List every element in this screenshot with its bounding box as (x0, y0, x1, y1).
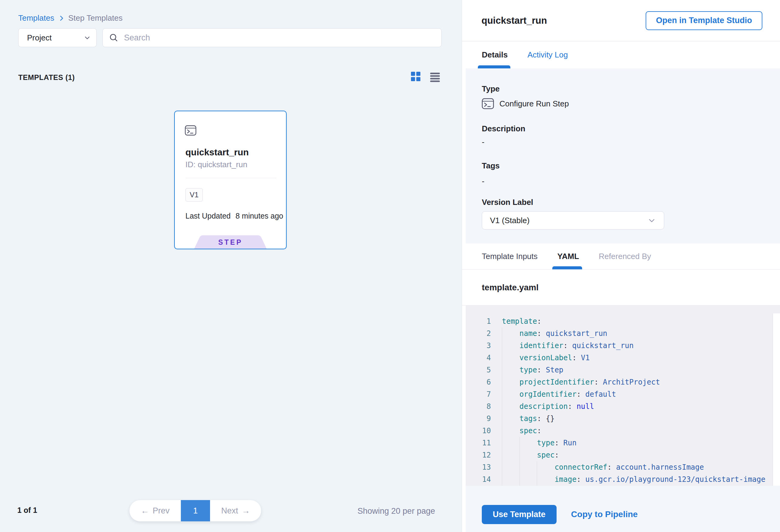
breadcrumb-templates-link[interactable]: Templates (18, 13, 54, 23)
run-step-icon (185, 125, 196, 136)
yaml-line: 3 identifier: quickstart_run (466, 340, 780, 352)
yaml-line: 4 versionLabel: V1 (466, 352, 780, 364)
template-list-panel: Templates Step Templates Project TEMPLAT… (0, 0, 462, 532)
search-input[interactable] (124, 33, 435, 43)
last-updated-label: Last Updated (185, 211, 231, 220)
drawer-footer: Use Template Copy to Pipeline (466, 486, 780, 532)
search-field[interactable] (102, 28, 442, 47)
details-tab-bar: Details Activity Log (462, 41, 780, 68)
last-updated-value: 8 minutes ago (236, 211, 283, 220)
active-tab-indicator (552, 266, 582, 269)
tab-yaml[interactable]: YAML (557, 252, 579, 261)
chevron-down-icon (648, 217, 655, 224)
yaml-line: 13 connectorRef: account.harnessImage (466, 461, 780, 473)
editor-scrollbar[interactable] (773, 313, 780, 486)
yaml-tab-bar: Template Inputs YAML Referenced By (462, 243, 780, 270)
active-tab-indicator (478, 65, 510, 68)
yaml-line: 8 description: null (466, 400, 780, 413)
yaml-line: 1template: (466, 315, 780, 327)
yaml-line: 9 tags: {} (466, 413, 780, 425)
type-value-row: Configure Run Step (482, 98, 780, 109)
card-template-id: ID: quickstart_run (185, 160, 247, 169)
yaml-line: 11 type: Run (466, 437, 780, 449)
pagination: ← Prev 1 Next → (130, 500, 261, 521)
breadcrumb-current: Step Templates (68, 13, 123, 23)
grid-view-icon[interactable] (411, 72, 421, 81)
yaml-line: 5 type: Step (466, 364, 780, 376)
open-in-template-studio-button[interactable]: Open in Template Studio (646, 11, 762, 30)
card-template-name: quickstart_run (185, 147, 249, 157)
tab-referenced-by[interactable]: Referenced By (599, 252, 651, 261)
run-step-icon (482, 98, 494, 109)
type-label: Type (482, 84, 780, 94)
scope-select-value: Project (27, 33, 84, 43)
template-card[interactable]: quickstart_run ID: quickstart_run V1 Las… (174, 111, 287, 249)
pagination-range-summary: 1 of 1 (17, 506, 37, 515)
yaml-line: 7 orgIdentifier: default (466, 388, 780, 400)
version-label: Version Label (482, 198, 780, 207)
templates-count-header: TEMPLATES (1) (18, 73, 75, 82)
yaml-line: 10 spec: (466, 425, 780, 437)
tags-value: - (482, 177, 780, 186)
version-select[interactable]: V1 (Stable) (482, 211, 664, 230)
copy-to-pipeline-link[interactable]: Copy to Pipeline (571, 510, 638, 519)
tab-activity-log[interactable]: Activity Log (527, 50, 568, 60)
use-template-button[interactable]: Use Template (482, 505, 556, 524)
yaml-editor[interactable]: 1template:2 name: quickstart_run3 identi… (466, 305, 780, 486)
next-page-label: Next (221, 506, 238, 516)
next-page-button[interactable]: Next → (210, 500, 261, 521)
template-details-drawer: quickstart_run Open in Template Studio D… (462, 0, 780, 532)
yaml-line: 12 spec: (466, 449, 780, 461)
chevron-down-icon (84, 35, 90, 41)
last-updated-row: Last Updated8 minutes ago (185, 211, 283, 221)
drawer-header: quickstart_run Open in Template Studio (462, 0, 780, 41)
list-view-icon[interactable] (430, 72, 440, 82)
version-badge: V1 (185, 188, 203, 201)
drawer-title: quickstart_run (482, 15, 646, 26)
breadcrumb: Templates Step Templates (18, 13, 123, 23)
arrow-right-icon: → (242, 506, 250, 516)
tab-template-inputs[interactable]: Template Inputs (482, 252, 538, 261)
card-divider (185, 178, 277, 178)
yaml-line: 6 projectIdentifier: ArchitProject (466, 376, 780, 388)
tags-label: Tags (482, 161, 780, 171)
templates-page: Templates Step Templates Project TEMPLAT… (0, 0, 780, 532)
prev-page-button[interactable]: ← Prev (130, 500, 181, 521)
yaml-line: 14 image: us.gcr.io/playground-123/quick… (466, 473, 780, 485)
yaml-file-header: template.yaml (462, 270, 780, 305)
type-value: Configure Run Step (499, 99, 569, 108)
page-size-summary: Showing 20 per page (357, 506, 435, 516)
scope-select[interactable]: Project (18, 28, 97, 47)
details-section: Type Configure Run Step Description - Ta… (466, 68, 780, 243)
prev-page-label: Prev (153, 506, 169, 516)
step-type-ribbon: STEP (194, 235, 267, 249)
yaml-line: 2 name: quickstart_run (466, 327, 780, 340)
yaml-code-lines: 1template:2 name: quickstart_run3 identi… (466, 305, 780, 485)
tab-details[interactable]: Details (482, 50, 508, 60)
yaml-file-name: template.yaml (482, 283, 539, 292)
description-value: - (482, 137, 780, 147)
chevron-right-icon (58, 15, 65, 21)
search-icon (109, 33, 118, 43)
description-label: Description (482, 124, 780, 134)
arrow-left-icon: ← (141, 506, 149, 516)
step-type-ribbon-label: STEP (194, 238, 267, 247)
version-select-value: V1 (Stable) (490, 216, 648, 225)
page-1-button[interactable]: 1 (181, 500, 210, 521)
